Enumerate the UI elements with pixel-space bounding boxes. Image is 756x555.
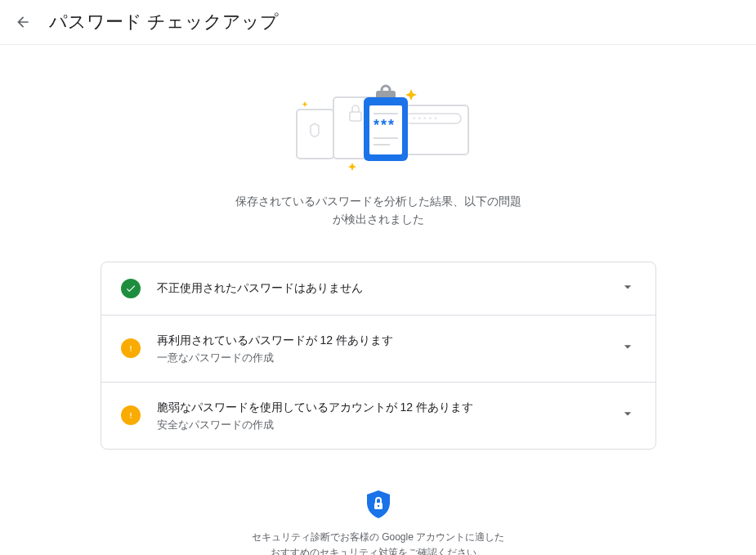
result-subtitle: 一意なパスワードの作成 <box>157 351 620 365</box>
result-content: 不正使用されたパスワードはありません <box>157 280 620 297</box>
result-compromised[interactable]: 不正使用されたパスワードはありません <box>101 262 655 316</box>
header: パスワード チェックアップ <box>0 0 756 45</box>
result-reused[interactable]: 再利用されているパスワードが 12 件あります 一意なパスワードの作成 <box>101 316 655 383</box>
result-content: 脆弱なパスワードを使用しているアカウントが 12 件あります 安全なパスワードの… <box>157 399 620 432</box>
chevron-down-icon <box>620 338 636 358</box>
svg-text:***: *** <box>374 117 396 133</box>
result-content: 再利用されているパスワードが 12 件あります 一意なパスワードの作成 <box>157 332 620 365</box>
result-subtitle: 安全なパスワードの作成 <box>157 418 620 432</box>
warning-icon <box>121 338 141 358</box>
result-title: 脆弱なパスワードを使用しているアカウントが 12 件あります <box>157 399 620 416</box>
result-title: 不正使用されたパスワードはありません <box>157 280 620 297</box>
check-icon <box>121 279 141 298</box>
svg-rect-3 <box>399 105 468 154</box>
description-text: 保存されているパスワードを分析した結果、以下の問題が検出されました <box>231 192 526 229</box>
main-content: ***** *** 保存されているパスワードを分析した結果、以下の問題が検出され… <box>101 45 656 555</box>
svg-text:*****: ***** <box>413 115 440 123</box>
promo-text: セキュリティ診断でお客様の Google アカウントに適したおすすめのセキュリテ… <box>248 530 509 555</box>
security-promo: セキュリティ診断でお客様の Google アカウントに適したおすすめのセキュリテ… <box>101 489 656 555</box>
result-weak[interactable]: 脆弱なパスワードを使用しているアカウントが 12 件あります 安全なパスワードの… <box>101 383 655 449</box>
back-button[interactable] <box>13 12 33 32</box>
arrow-left-icon <box>15 14 31 30</box>
hero-illustration: ***** *** <box>101 81 656 179</box>
results-list: 不正使用されたパスワードはありません 再利用されているパスワードが 12 件あり… <box>101 262 656 450</box>
svg-point-15 <box>377 505 378 507</box>
warning-icon <box>121 405 141 425</box>
result-title: 再利用されているパスワードが 12 件あります <box>157 332 620 349</box>
svg-point-7 <box>382 86 390 94</box>
svg-rect-0 <box>297 110 333 159</box>
shield-lock-icon <box>365 489 391 520</box>
chevron-down-icon <box>620 279 636 298</box>
page-title: パスワード チェックアップ <box>49 10 279 34</box>
svg-rect-2 <box>350 112 361 121</box>
chevron-down-icon <box>620 405 636 425</box>
